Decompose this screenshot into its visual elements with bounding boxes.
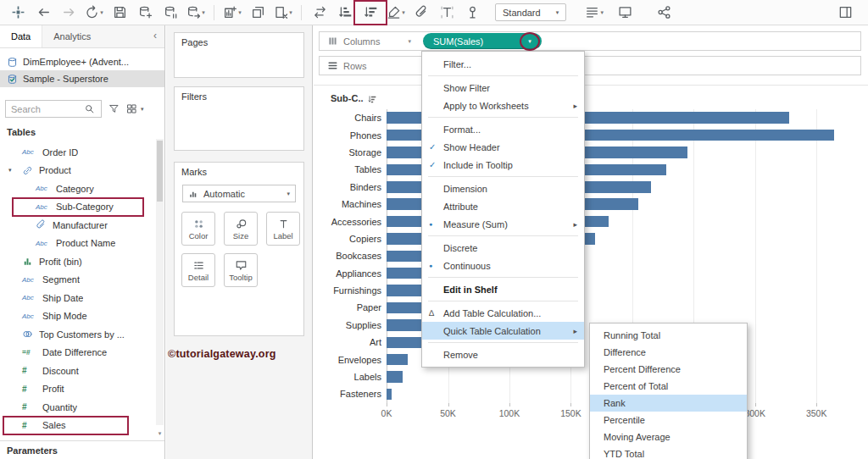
filter-fields-icon[interactable] [108, 103, 120, 115]
category-label[interactable]: Chairs [314, 113, 387, 123]
collapse-arrow-icon[interactable]: ▾ [8, 167, 12, 174]
bar-labels[interactable] [387, 371, 403, 383]
tableau-logo-button[interactable] [5, 2, 31, 24]
fit-select[interactable]: Standard▾ [495, 3, 566, 21]
show-me-button[interactable] [832, 2, 858, 24]
chevron-down-icon[interactable]: ▾ [141, 106, 144, 113]
submenu-item-percentile[interactable]: Percentile [590, 412, 747, 429]
swap-axes-button[interactable] [307, 2, 332, 24]
field-order-id[interactable]: AbcOrder ID [0, 143, 164, 162]
tab-data[interactable]: Data [0, 25, 42, 47]
field-discount[interactable]: #Discount [0, 362, 164, 380]
mark-button-label[interactable]: Label [266, 212, 300, 246]
submenu-item-percent-difference[interactable]: Percent Difference [590, 361, 747, 378]
show-mark-labels-button[interactable] [434, 2, 459, 24]
menu-item-add-table-calculation[interactable]: ∆Add Table Calculation... [422, 304, 584, 322]
category-label[interactable]: Appliances [314, 268, 387, 279]
field-top-customers-by[interactable]: Top Customers by ... [0, 325, 164, 344]
field-sales[interactable]: #Sales [0, 417, 164, 435]
category-label[interactable]: Copiers [314, 234, 387, 244]
menu-item-edit-in-shelf[interactable]: Edit in Shelf [422, 280, 584, 298]
menu-item-format[interactable]: Format... [422, 120, 584, 138]
category-label[interactable]: Labels [314, 372, 387, 382]
sort-descending-button[interactable] [358, 2, 383, 24]
clear-sheet-button[interactable]: ▾ [270, 2, 296, 24]
category-label[interactable]: Storage [314, 147, 387, 158]
submenu-item-difference[interactable]: Difference [590, 344, 747, 361]
submenu-item-moving-average[interactable]: Moving Average [590, 429, 747, 445]
menu-item-quick-table-calculation[interactable]: Quick Table Calculation▸ [422, 322, 584, 340]
share-button[interactable] [651, 2, 676, 24]
save-button[interactable] [107, 2, 132, 24]
pill-sum-sales[interactable]: SUM(Sales) ▾ [423, 33, 542, 49]
submenu-item-rank[interactable]: Rank [590, 395, 747, 412]
mark-button-color[interactable]: Color [181, 212, 215, 246]
rows-shelf[interactable]: Rows [319, 56, 861, 75]
category-label[interactable]: Machines [314, 199, 387, 209]
undo-button[interactable] [31, 2, 56, 24]
field-profit-bin[interactable]: Profit (bin) [0, 252, 164, 271]
submenu-item-ytd-total[interactable]: YTD Total [590, 445, 747, 459]
bar-fasteners[interactable] [387, 389, 392, 401]
mark-button-size[interactable]: Size [224, 212, 258, 246]
submenu-item-running-total[interactable]: Running Total [590, 327, 747, 344]
highlight-button[interactable]: ▾ [383, 2, 409, 24]
scrollbar-thumb[interactable] [157, 141, 163, 202]
mark-button-tooltip[interactable]: Tooltip [224, 253, 258, 287]
category-label[interactable]: Accessories [314, 217, 387, 227]
search-input[interactable] [9, 103, 84, 115]
columns-shelf[interactable]: Columns ▾ SUM(Sales) ▾ [319, 31, 861, 51]
submenu-item-percent-of-total[interactable]: Percent of Total [590, 378, 747, 395]
menu-item-show-header[interactable]: ✓Show Header [422, 138, 584, 156]
category-label[interactable]: Fasteners [314, 389, 387, 399]
group-members-button[interactable] [409, 2, 434, 24]
category-label[interactable]: Furnishings [314, 285, 387, 296]
field-product[interactable]: ▾Product [0, 162, 164, 180]
collapse-pane-icon[interactable]: ‹ [146, 25, 164, 47]
bar-art[interactable] [387, 337, 421, 349]
menu-item-continuous[interactable]: ●Continuous [422, 257, 584, 274]
category-label[interactable]: Supplies [314, 320, 387, 330]
menu-item-remove[interactable]: Remove [422, 346, 584, 363]
sidebar-scrollbar[interactable]: ▾ [156, 139, 164, 425]
sort-descending-icon[interactable] [368, 93, 377, 104]
run-update-button[interactable]: ▾ [183, 2, 209, 24]
field-ship-mode[interactable]: AbcShip Mode [0, 307, 164, 326]
menu-item-discrete[interactable]: Discrete [422, 239, 584, 257]
category-label[interactable]: Binders [314, 182, 387, 192]
category-label[interactable]: Art [314, 337, 387, 347]
row-field-header[interactable]: Sub-C.. [331, 93, 377, 104]
menu-item-filter[interactable]: Filter... [422, 55, 584, 73]
field-sub-category[interactable]: AbcSub-Category [0, 198, 164, 217]
menu-item-apply-to-worksheets[interactable]: Apply to Worksheets▸ [422, 97, 584, 114]
mark-type-dropdown[interactable]: Automatic ▾ [182, 185, 296, 202]
field-product-name[interactable]: AbcProduct Name [0, 235, 164, 253]
menu-item-attribute[interactable]: Attribute [422, 197, 584, 215]
pages-shelf[interactable]: Pages [174, 32, 304, 78]
category-label[interactable]: Paper [314, 302, 387, 312]
field-category[interactable]: AbcCategory [0, 180, 164, 198]
category-label[interactable]: Bookcases [314, 251, 387, 261]
presentation-mode-button[interactable] [612, 2, 637, 24]
pause-auto-updates-button[interactable] [158, 2, 183, 24]
field-ship-date[interactable]: AbcShip Date [0, 289, 164, 307]
category-label[interactable]: Phones [314, 130, 387, 141]
field-quantity[interactable]: #Quantity [0, 398, 164, 417]
duplicate-sheet-button[interactable] [245, 2, 270, 24]
add-datasource-button[interactable] [132, 2, 158, 24]
view-mode-grid-icon[interactable] [126, 103, 137, 115]
field-segment[interactable]: AbcSegment [0, 271, 164, 290]
datasource-dimemployee-advent[interactable]: DimEmployee+ (Advent... [0, 53, 164, 70]
menu-item-show-filter[interactable]: Show Filter [422, 79, 584, 97]
category-label[interactable]: Tables [314, 164, 387, 174]
scroll-down-icon[interactable]: ▾ [156, 430, 164, 437]
field-manufacturer[interactable]: Manufacturer [0, 216, 164, 235]
field-profit[interactable]: #Profit [0, 380, 164, 399]
field-date-difference[interactable]: =#Date Difference [0, 344, 164, 362]
menu-item-measure-sum[interactable]: ●Measure (Sum)▸ [422, 215, 584, 233]
menu-item-include-in-tooltip[interactable]: ✓Include in Tooltip [422, 156, 584, 174]
fix-axes-button[interactable] [459, 2, 485, 24]
redo-button[interactable] [56, 2, 81, 24]
mark-button-detail[interactable]: Detail [181, 253, 215, 287]
filters-shelf[interactable]: Filters [174, 86, 304, 151]
